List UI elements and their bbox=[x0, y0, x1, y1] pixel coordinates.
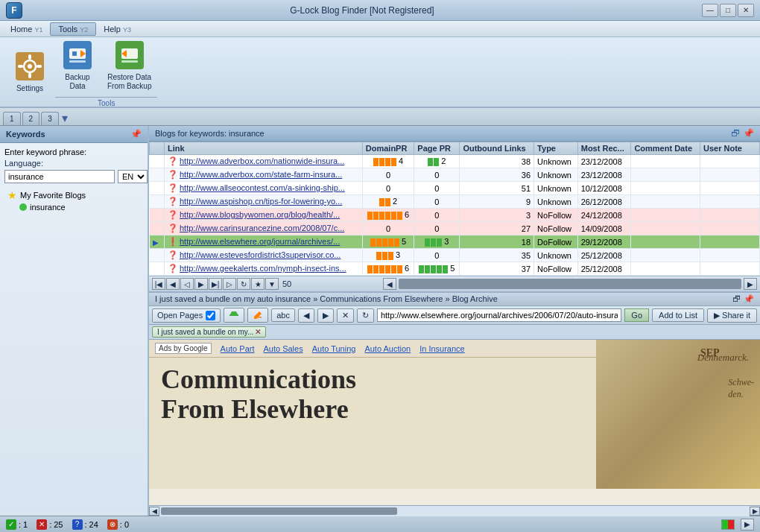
add-to-list-button[interactable]: Add to List bbox=[652, 308, 704, 322]
web-content[interactable]: Ads by Google Auto Part Auto Sales Auto … bbox=[149, 340, 760, 505]
row-commentdate bbox=[631, 262, 700, 276]
pin-browser-icon[interactable]: 📌 bbox=[744, 294, 754, 304]
row-link[interactable]: ❓http://www.adverbox.com/nationwide-insu… bbox=[165, 155, 363, 168]
tab-1[interactable]: 1 bbox=[3, 112, 21, 125]
share-button[interactable]: ▶ Share it bbox=[707, 308, 757, 323]
reload-btn[interactable]: ↻ bbox=[357, 308, 374, 323]
settings-icon bbox=[15, 51, 45, 81]
nav-refresh[interactable]: ↻ bbox=[237, 278, 250, 290]
table-row[interactable]: ❓http://www.estevesfordistrict3superviso… bbox=[150, 249, 760, 262]
nav-back[interactable]: ◀ bbox=[298, 308, 314, 323]
table-row[interactable]: ❓http://www.blogsbywomen.org/blog/health… bbox=[150, 209, 760, 222]
row-link[interactable]: ❓http://www.geekalerts.com/nymph-insect-… bbox=[165, 262, 363, 276]
open-pages-checkbox[interactable] bbox=[206, 311, 215, 320]
nav-next[interactable]: ▶| bbox=[209, 278, 222, 290]
restore-data-button[interactable]: Restore DataFrom Backup bbox=[101, 37, 157, 94]
bottom-scrollbar[interactable]: ◀ ▶ bbox=[149, 505, 760, 516]
svg-rect-15 bbox=[121, 60, 138, 63]
ad-link-ininsurance[interactable]: In Insurance bbox=[419, 344, 465, 353]
h-scroll-right[interactable]: ▶ bbox=[750, 507, 760, 516]
table-row[interactable]: ❓http://www.allseocontest.com/a-sinking-… bbox=[150, 182, 760, 195]
menu-help[interactable]: Help Y3 bbox=[96, 23, 139, 35]
restore-browser-icon[interactable]: 🗗 bbox=[732, 294, 741, 304]
row-mostrec: 25/12/2008 bbox=[577, 262, 631, 276]
row-link[interactable]: ❗http://www.elsewhere.org/journal/archiv… bbox=[165, 235, 363, 249]
favorite-blogs-item[interactable]: ★ My Favorite Blogs bbox=[4, 188, 143, 203]
row-link[interactable]: ❓http://www.aspishop.cn/tips-for-lowerin… bbox=[165, 195, 363, 209]
ad-link-autopart[interactable]: Auto Part bbox=[221, 344, 255, 353]
nav-filter[interactable]: ▼ bbox=[265, 278, 279, 290]
title-bar: F G-Lock Blog Finder [Not Registered] — … bbox=[0, 0, 760, 21]
blog-table[interactable]: Link DomainPR Page PR Outbound Links Typ… bbox=[149, 142, 760, 276]
stop-btn[interactable]: ✕ bbox=[337, 308, 354, 323]
restore-panel-icon[interactable]: 🗗 bbox=[731, 128, 740, 139]
row-outbound: 3 bbox=[460, 209, 534, 222]
svg-marker-17 bbox=[230, 311, 238, 314]
table-row[interactable]: ❓http://www.adverbox.com/state-farm-insu… bbox=[150, 168, 760, 182]
ad-link-autosales[interactable]: Auto Sales bbox=[263, 344, 303, 353]
maximize-button[interactable]: □ bbox=[720, 4, 736, 17]
nav-first[interactable]: |◀ bbox=[152, 278, 165, 290]
edit-icon bbox=[253, 310, 263, 320]
highlight-btn[interactable] bbox=[224, 308, 244, 323]
nav-toolbar: Open Pages abc ◀ ▶ ✕ ↻ Go Add to List ▶ … bbox=[149, 306, 760, 325]
site-title: CommunicationsFrom Elsewhere bbox=[161, 365, 584, 424]
table-row[interactable]: ❓http://www.geekalerts.com/nymph-insect-… bbox=[150, 262, 760, 276]
h-scroll-left[interactable]: ◀ bbox=[149, 507, 159, 516]
row-domainpr: 2 bbox=[362, 195, 414, 209]
backup-data-button[interactable]: BackupData bbox=[55, 37, 100, 94]
ad-link-autoauction[interactable]: Auto Auction bbox=[364, 344, 411, 353]
nav-prev-fast[interactable]: ◁ bbox=[180, 278, 194, 290]
menu-tools[interactable]: Tools Y2 bbox=[50, 22, 96, 36]
scroll-right[interactable]: ▶ bbox=[744, 278, 757, 290]
settings-button[interactable]: Settings bbox=[7, 48, 52, 96]
row-domainpr: 4 bbox=[362, 155, 414, 168]
tab-3[interactable]: 3 bbox=[41, 112, 59, 125]
tab-dropdown[interactable]: ▾ bbox=[62, 111, 68, 125]
nav-next-fast[interactable]: ▷ bbox=[223, 278, 236, 290]
table-row[interactable]: ❓http://www.aspishop.cn/tips-for-lowerin… bbox=[150, 195, 760, 209]
url-bar[interactable] bbox=[377, 308, 621, 322]
close-button[interactable]: ✕ bbox=[738, 4, 754, 17]
page-tab[interactable]: I just saved a bundle on my... ✕ bbox=[152, 326, 266, 338]
keyword-tree-item[interactable]: insurance bbox=[4, 203, 143, 212]
map-image: Dennemarck. Schwe-den. SEP bbox=[596, 340, 760, 489]
ad-link-autotuning[interactable]: Auto Tuning bbox=[312, 344, 356, 353]
nav-star[interactable]: ★ bbox=[251, 278, 265, 290]
close-tab-button[interactable]: ✕ bbox=[255, 328, 261, 336]
minimize-button[interactable]: — bbox=[702, 4, 718, 17]
tab-strip: 1 2 3 ▾ bbox=[0, 108, 760, 126]
row-mostrec: 24/12/2008 bbox=[577, 209, 631, 222]
row-indicator bbox=[150, 195, 165, 209]
language-select[interactable]: EN bbox=[118, 170, 148, 183]
close-panel-icon[interactable]: 📌 bbox=[743, 128, 754, 139]
tab-2[interactable]: 2 bbox=[22, 112, 40, 125]
main-layout: Keywords 📌 Enter keyword phrase: Languag… bbox=[0, 126, 760, 516]
sidebar-pin-icon[interactable]: 📌 bbox=[130, 129, 142, 139]
keyword-input[interactable] bbox=[4, 170, 115, 183]
table-row[interactable]: ❓http://www.adverbox.com/nationwide-insu… bbox=[150, 155, 760, 168]
nav-prev[interactable]: ◀ bbox=[166, 278, 180, 290]
row-usernote bbox=[700, 155, 760, 168]
row-indicator bbox=[150, 182, 165, 195]
table-row[interactable]: ❓http://www.carinsurancezine.com/2008/07… bbox=[150, 222, 760, 235]
row-link[interactable]: ❓http://www.carinsurancezine.com/2008/07… bbox=[165, 222, 363, 235]
nav-forward[interactable]: ▶ bbox=[317, 308, 334, 323]
open-pages-btn[interactable]: Open Pages bbox=[152, 308, 221, 323]
h-scrollbar[interactable] bbox=[399, 279, 741, 289]
scroll-left[interactable]: ◀ bbox=[383, 278, 396, 290]
row-link[interactable]: ❓http://www.estevesfordistrict3superviso… bbox=[165, 249, 363, 262]
col-mostrec: Most Rec... bbox=[577, 142, 631, 155]
go-button[interactable]: Go bbox=[624, 308, 649, 322]
nav-play[interactable]: ▶ bbox=[194, 278, 208, 290]
menu-home[interactable]: Home Y1 bbox=[3, 23, 50, 35]
row-link[interactable]: ❓http://www.blogsbywomen.org/blog/health… bbox=[165, 209, 363, 222]
svg-rect-11 bbox=[69, 60, 86, 63]
status-expand-btn[interactable]: ▶ bbox=[741, 519, 754, 531]
row-link[interactable]: ❓http://www.adverbox.com/state-farm-insu… bbox=[165, 168, 363, 182]
row-link[interactable]: ❓http://www.allseocontest.com/a-sinking-… bbox=[165, 182, 363, 195]
table-row[interactable]: ▶❗http://www.elsewhere.org/journal/archi… bbox=[150, 235, 760, 249]
edit-btn[interactable] bbox=[247, 308, 268, 323]
abc-btn[interactable]: abc bbox=[271, 308, 295, 322]
row-indicator bbox=[150, 222, 165, 235]
